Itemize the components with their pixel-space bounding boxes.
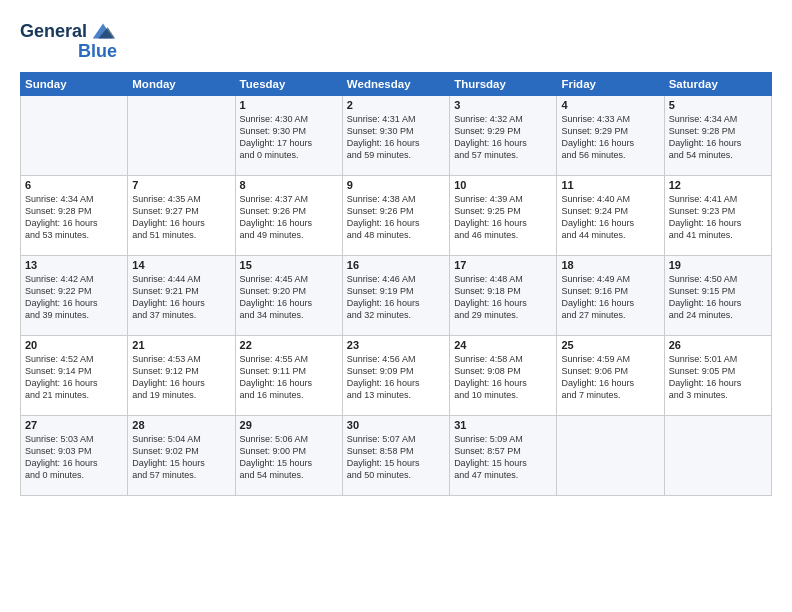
day-number: 16: [347, 259, 445, 271]
cell-content: Sunrise: 5:01 AM Sunset: 9:05 PM Dayligh…: [669, 353, 767, 402]
calendar-cell: 10Sunrise: 4:39 AM Sunset: 9:25 PM Dayli…: [450, 175, 557, 255]
calendar-cell: 30Sunrise: 5:07 AM Sunset: 8:58 PM Dayli…: [342, 415, 449, 495]
calendar-table: SundayMondayTuesdayWednesdayThursdayFrid…: [20, 72, 772, 496]
calendar-cell: 5Sunrise: 4:34 AM Sunset: 9:28 PM Daylig…: [664, 95, 771, 175]
weekday-header: Wednesday: [342, 72, 449, 95]
calendar-cell: 13Sunrise: 4:42 AM Sunset: 9:22 PM Dayli…: [21, 255, 128, 335]
calendar-cell: [128, 95, 235, 175]
cell-content: Sunrise: 4:38 AM Sunset: 9:26 PM Dayligh…: [347, 193, 445, 242]
cell-content: Sunrise: 4:33 AM Sunset: 9:29 PM Dayligh…: [561, 113, 659, 162]
calendar-cell: 14Sunrise: 4:44 AM Sunset: 9:21 PM Dayli…: [128, 255, 235, 335]
calendar-cell: [557, 415, 664, 495]
cell-content: Sunrise: 4:34 AM Sunset: 9:28 PM Dayligh…: [669, 113, 767, 162]
calendar-cell: [664, 415, 771, 495]
calendar-cell: 4Sunrise: 4:33 AM Sunset: 9:29 PM Daylig…: [557, 95, 664, 175]
calendar-cell: 9Sunrise: 4:38 AM Sunset: 9:26 PM Daylig…: [342, 175, 449, 255]
calendar-cell: 21Sunrise: 4:53 AM Sunset: 9:12 PM Dayli…: [128, 335, 235, 415]
day-number: 3: [454, 99, 552, 111]
cell-content: Sunrise: 4:53 AM Sunset: 9:12 PM Dayligh…: [132, 353, 230, 402]
cell-content: Sunrise: 4:35 AM Sunset: 9:27 PM Dayligh…: [132, 193, 230, 242]
cell-content: Sunrise: 4:49 AM Sunset: 9:16 PM Dayligh…: [561, 273, 659, 322]
weekday-header: Friday: [557, 72, 664, 95]
calendar-cell: 17Sunrise: 4:48 AM Sunset: 9:18 PM Dayli…: [450, 255, 557, 335]
cell-content: Sunrise: 4:55 AM Sunset: 9:11 PM Dayligh…: [240, 353, 338, 402]
calendar-cell: 12Sunrise: 4:41 AM Sunset: 9:23 PM Dayli…: [664, 175, 771, 255]
calendar-cell: 16Sunrise: 4:46 AM Sunset: 9:19 PM Dayli…: [342, 255, 449, 335]
day-number: 13: [25, 259, 123, 271]
cell-content: Sunrise: 5:04 AM Sunset: 9:02 PM Dayligh…: [132, 433, 230, 482]
day-number: 20: [25, 339, 123, 351]
day-number: 22: [240, 339, 338, 351]
calendar-cell: 7Sunrise: 4:35 AM Sunset: 9:27 PM Daylig…: [128, 175, 235, 255]
day-number: 27: [25, 419, 123, 431]
cell-content: Sunrise: 5:07 AM Sunset: 8:58 PM Dayligh…: [347, 433, 445, 482]
calendar-cell: 15Sunrise: 4:45 AM Sunset: 9:20 PM Dayli…: [235, 255, 342, 335]
cell-content: Sunrise: 4:52 AM Sunset: 9:14 PM Dayligh…: [25, 353, 123, 402]
day-number: 6: [25, 179, 123, 191]
day-number: 4: [561, 99, 659, 111]
day-number: 21: [132, 339, 230, 351]
cell-content: Sunrise: 4:32 AM Sunset: 9:29 PM Dayligh…: [454, 113, 552, 162]
day-number: 29: [240, 419, 338, 431]
cell-content: Sunrise: 4:59 AM Sunset: 9:06 PM Dayligh…: [561, 353, 659, 402]
calendar-cell: 31Sunrise: 5:09 AM Sunset: 8:57 PM Dayli…: [450, 415, 557, 495]
day-number: 31: [454, 419, 552, 431]
day-number: 1: [240, 99, 338, 111]
day-number: 5: [669, 99, 767, 111]
weekday-header: Monday: [128, 72, 235, 95]
day-number: 10: [454, 179, 552, 191]
cell-content: Sunrise: 4:45 AM Sunset: 9:20 PM Dayligh…: [240, 273, 338, 322]
cell-content: Sunrise: 4:44 AM Sunset: 9:21 PM Dayligh…: [132, 273, 230, 322]
day-number: 28: [132, 419, 230, 431]
calendar-cell: 3Sunrise: 4:32 AM Sunset: 9:29 PM Daylig…: [450, 95, 557, 175]
calendar-cell: [21, 95, 128, 175]
calendar-cell: 29Sunrise: 5:06 AM Sunset: 9:00 PM Dayli…: [235, 415, 342, 495]
day-number: 25: [561, 339, 659, 351]
cell-content: Sunrise: 4:50 AM Sunset: 9:15 PM Dayligh…: [669, 273, 767, 322]
calendar-cell: 24Sunrise: 4:58 AM Sunset: 9:08 PM Dayli…: [450, 335, 557, 415]
cell-content: Sunrise: 4:31 AM Sunset: 9:30 PM Dayligh…: [347, 113, 445, 162]
calendar-cell: 19Sunrise: 4:50 AM Sunset: 9:15 PM Dayli…: [664, 255, 771, 335]
cell-content: Sunrise: 4:58 AM Sunset: 9:08 PM Dayligh…: [454, 353, 552, 402]
day-number: 8: [240, 179, 338, 191]
cell-content: Sunrise: 4:56 AM Sunset: 9:09 PM Dayligh…: [347, 353, 445, 402]
day-number: 15: [240, 259, 338, 271]
logo: General Blue: [20, 18, 117, 62]
cell-content: Sunrise: 4:34 AM Sunset: 9:28 PM Dayligh…: [25, 193, 123, 242]
calendar-cell: 28Sunrise: 5:04 AM Sunset: 9:02 PM Dayli…: [128, 415, 235, 495]
day-number: 14: [132, 259, 230, 271]
calendar-cell: 2Sunrise: 4:31 AM Sunset: 9:30 PM Daylig…: [342, 95, 449, 175]
calendar-cell: 18Sunrise: 4:49 AM Sunset: 9:16 PM Dayli…: [557, 255, 664, 335]
day-number: 24: [454, 339, 552, 351]
day-number: 18: [561, 259, 659, 271]
weekday-header: Thursday: [450, 72, 557, 95]
day-number: 26: [669, 339, 767, 351]
cell-content: Sunrise: 4:48 AM Sunset: 9:18 PM Dayligh…: [454, 273, 552, 322]
cell-content: Sunrise: 4:30 AM Sunset: 9:30 PM Dayligh…: [240, 113, 338, 162]
calendar-cell: 23Sunrise: 4:56 AM Sunset: 9:09 PM Dayli…: [342, 335, 449, 415]
calendar-cell: 26Sunrise: 5:01 AM Sunset: 9:05 PM Dayli…: [664, 335, 771, 415]
day-number: 11: [561, 179, 659, 191]
day-number: 2: [347, 99, 445, 111]
day-number: 30: [347, 419, 445, 431]
calendar-cell: 11Sunrise: 4:40 AM Sunset: 9:24 PM Dayli…: [557, 175, 664, 255]
cell-content: Sunrise: 5:06 AM Sunset: 9:00 PM Dayligh…: [240, 433, 338, 482]
calendar-cell: 1Sunrise: 4:30 AM Sunset: 9:30 PM Daylig…: [235, 95, 342, 175]
calendar-cell: 8Sunrise: 4:37 AM Sunset: 9:26 PM Daylig…: [235, 175, 342, 255]
calendar-cell: 20Sunrise: 4:52 AM Sunset: 9:14 PM Dayli…: [21, 335, 128, 415]
day-number: 7: [132, 179, 230, 191]
calendar-cell: 22Sunrise: 4:55 AM Sunset: 9:11 PM Dayli…: [235, 335, 342, 415]
calendar-cell: 27Sunrise: 5:03 AM Sunset: 9:03 PM Dayli…: [21, 415, 128, 495]
day-number: 9: [347, 179, 445, 191]
calendar-cell: 6Sunrise: 4:34 AM Sunset: 9:28 PM Daylig…: [21, 175, 128, 255]
cell-content: Sunrise: 4:41 AM Sunset: 9:23 PM Dayligh…: [669, 193, 767, 242]
calendar-cell: 25Sunrise: 4:59 AM Sunset: 9:06 PM Dayli…: [557, 335, 664, 415]
day-number: 23: [347, 339, 445, 351]
day-number: 19: [669, 259, 767, 271]
day-number: 17: [454, 259, 552, 271]
weekday-header: Tuesday: [235, 72, 342, 95]
cell-content: Sunrise: 4:40 AM Sunset: 9:24 PM Dayligh…: [561, 193, 659, 242]
cell-content: Sunrise: 4:46 AM Sunset: 9:19 PM Dayligh…: [347, 273, 445, 322]
day-number: 12: [669, 179, 767, 191]
cell-content: Sunrise: 5:03 AM Sunset: 9:03 PM Dayligh…: [25, 433, 123, 482]
